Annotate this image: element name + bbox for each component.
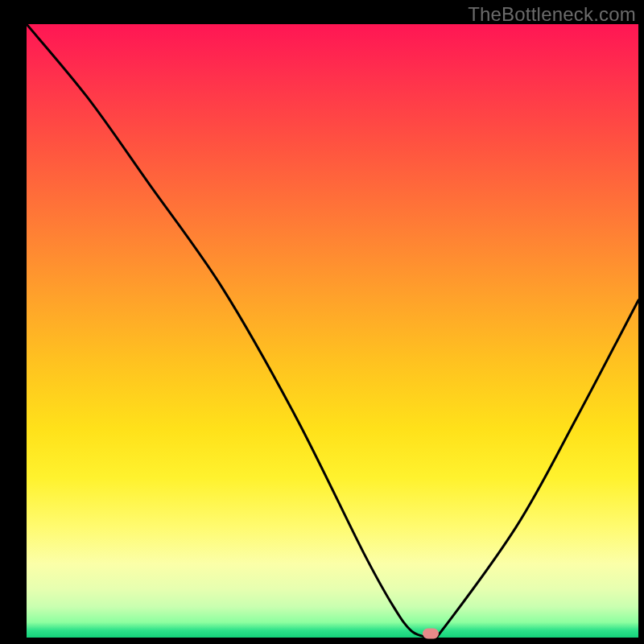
- plot-area: [27, 24, 638, 638]
- watermark-text: TheBottleneck.com: [468, 3, 636, 26]
- chart-frame: TheBottleneck.com: [0, 0, 644, 644]
- sweet-spot-marker: [423, 629, 439, 639]
- bottleneck-curve: [27, 24, 638, 638]
